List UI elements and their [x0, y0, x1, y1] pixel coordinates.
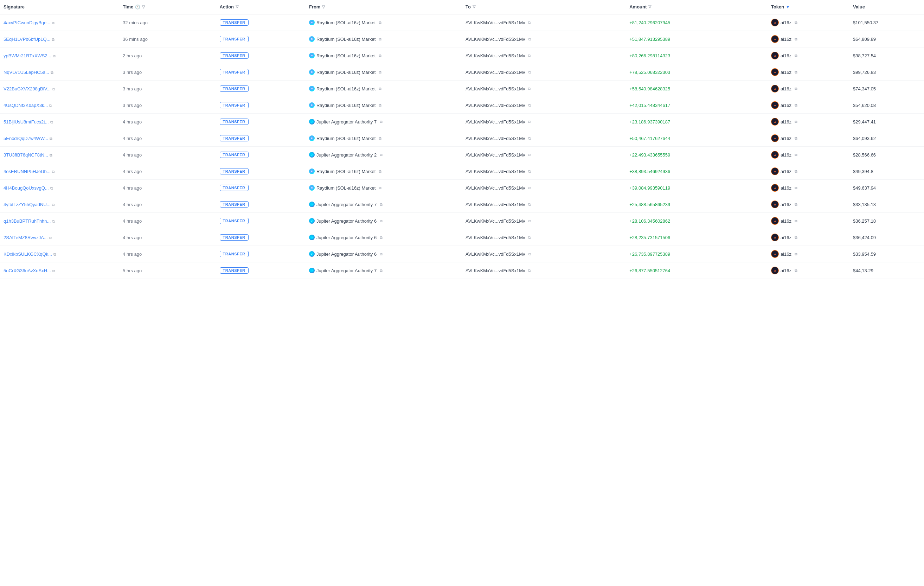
signature-link[interactable]: 5EqH1LVPb6bfUp1Q...: [3, 36, 50, 42]
copy-from-icon[interactable]: ⧉: [379, 169, 381, 174]
copy-from-icon[interactable]: ⧉: [380, 120, 383, 124]
copy-to-icon[interactable]: ⧉: [528, 186, 531, 190]
from-link[interactable]: Raydium (SOL-ai16z) Market: [317, 20, 376, 25]
from-link[interactable]: Jupiter Aggregator Authority 7: [317, 119, 376, 124]
copy-from-icon[interactable]: ⧉: [380, 268, 383, 273]
transfer-badge[interactable]: TRANSFER: [220, 168, 249, 175]
copy-signature-icon[interactable]: ⧉: [50, 153, 53, 157]
signature-link[interactable]: 5EnodrQqD7w4WW...: [3, 136, 48, 141]
col-header-time[interactable]: Time 🕐 ▽: [119, 0, 216, 14]
copy-to-icon[interactable]: ⧉: [528, 252, 531, 256]
from-link[interactable]: Raydium (SOL-ai16z) Market: [317, 53, 376, 58]
copy-token-icon[interactable]: ⧉: [795, 186, 797, 190]
col-header-amount[interactable]: Amount ▽: [626, 0, 767, 14]
signature-link[interactable]: 4osERUNNP5HJeUb...: [3, 169, 51, 174]
copy-token-icon[interactable]: ⧉: [795, 136, 797, 141]
copy-to-icon[interactable]: ⧉: [528, 120, 531, 124]
signature-link[interactable]: 4UsQDNf3KbapX3k...: [3, 103, 48, 108]
copy-from-icon[interactable]: ⧉: [379, 136, 381, 141]
transfer-badge[interactable]: TRANSFER: [220, 267, 249, 274]
transfer-badge[interactable]: TRANSFER: [220, 119, 249, 125]
transfer-badge[interactable]: TRANSFER: [220, 152, 249, 158]
transfer-badge[interactable]: TRANSFER: [220, 218, 249, 224]
from-link[interactable]: Raydium (SOL-ai16z) Market: [317, 103, 376, 108]
token-filter-icon[interactable]: ▼: [786, 5, 790, 9]
copy-signature-icon[interactable]: ⧉: [53, 269, 55, 273]
signature-link[interactable]: KDxikbSULKGCXqQk...: [3, 251, 52, 257]
transfer-badge[interactable]: TRANSFER: [220, 201, 249, 208]
signature-link[interactable]: NqVLV1U5LepHC5a...: [3, 69, 49, 75]
copy-to-icon[interactable]: ⧉: [528, 153, 531, 157]
copy-signature-icon[interactable]: ⧉: [53, 54, 56, 58]
copy-token-icon[interactable]: ⧉: [795, 153, 797, 157]
col-header-from[interactable]: From ▽: [305, 0, 462, 14]
signature-link[interactable]: 4axvPtCwunDjgyBge...: [3, 20, 50, 25]
copy-from-icon[interactable]: ⧉: [379, 37, 381, 41]
copy-from-icon[interactable]: ⧉: [379, 186, 381, 190]
amount-filter-icon[interactable]: ▽: [648, 5, 651, 9]
from-link[interactable]: Raydium (SOL-ai16z) Market: [317, 185, 376, 191]
signature-link[interactable]: 2SAfTeMZ8RwvzJA...: [3, 235, 48, 240]
copy-from-icon[interactable]: ⧉: [380, 252, 383, 256]
copy-token-icon[interactable]: ⧉: [795, 70, 797, 74]
from-link[interactable]: Jupiter Aggregator Authority 2: [317, 152, 376, 158]
copy-token-icon[interactable]: ⧉: [795, 169, 797, 174]
copy-signature-icon[interactable]: ⧉: [51, 70, 53, 74]
time-filter-icon[interactable]: ▽: [142, 5, 145, 9]
copy-signature-icon[interactable]: ⧉: [52, 170, 55, 174]
transfer-badge[interactable]: TRANSFER: [220, 53, 249, 59]
from-link[interactable]: Jupiter Aggregator Authority 6: [317, 235, 376, 240]
copy-to-icon[interactable]: ⧉: [528, 235, 531, 240]
copy-from-icon[interactable]: ⧉: [379, 103, 381, 107]
copy-token-icon[interactable]: ⧉: [795, 103, 797, 107]
copy-token-icon[interactable]: ⧉: [795, 219, 797, 223]
copy-to-icon[interactable]: ⧉: [528, 219, 531, 223]
from-link[interactable]: Jupiter Aggregator Authority 6: [317, 218, 376, 224]
copy-to-icon[interactable]: ⧉: [528, 136, 531, 141]
from-filter-icon[interactable]: ▽: [322, 5, 325, 9]
copy-signature-icon[interactable]: ⧉: [52, 37, 54, 41]
copy-token-icon[interactable]: ⧉: [795, 202, 797, 207]
from-link[interactable]: Raydium (SOL-ai16z) Market: [317, 169, 376, 174]
col-header-to[interactable]: To ▽: [462, 0, 626, 14]
copy-from-icon[interactable]: ⧉: [379, 86, 381, 91]
copy-token-icon[interactable]: ⧉: [795, 53, 797, 58]
copy-to-icon[interactable]: ⧉: [528, 169, 531, 174]
copy-signature-icon[interactable]: ⧉: [52, 219, 55, 223]
copy-to-icon[interactable]: ⧉: [528, 268, 531, 273]
copy-to-icon[interactable]: ⧉: [528, 37, 531, 41]
transfer-badge[interactable]: TRANSFER: [220, 36, 249, 42]
copy-to-icon[interactable]: ⧉: [528, 70, 531, 74]
copy-signature-icon[interactable]: ⧉: [49, 236, 52, 240]
signature-link[interactable]: 51BijiUsU8mtFucs2t...: [3, 119, 49, 124]
copy-token-icon[interactable]: ⧉: [795, 235, 797, 240]
signature-link[interactable]: 4yfbtLzZY5hQyadNU...: [3, 202, 51, 207]
to-filter-icon[interactable]: ▽: [472, 5, 475, 9]
copy-from-icon[interactable]: ⧉: [380, 202, 383, 207]
copy-token-icon[interactable]: ⧉: [795, 86, 797, 91]
copy-from-icon[interactable]: ⧉: [380, 235, 383, 240]
copy-signature-icon[interactable]: ⧉: [52, 87, 55, 91]
transfer-badge[interactable]: TRANSFER: [220, 102, 249, 108]
transfer-badge[interactable]: TRANSFER: [220, 19, 249, 26]
copy-signature-icon[interactable]: ⧉: [52, 203, 55, 207]
copy-to-icon[interactable]: ⧉: [528, 53, 531, 58]
copy-token-icon[interactable]: ⧉: [795, 268, 797, 273]
from-link[interactable]: Raydium (SOL-ai16z) Market: [317, 136, 376, 141]
from-link[interactable]: Raydium (SOL-ai16z) Market: [317, 36, 376, 42]
col-header-token[interactable]: Token ▼: [767, 0, 850, 14]
from-link[interactable]: Raydium (SOL-ai16z) Market: [317, 86, 376, 91]
copy-signature-icon[interactable]: ⧉: [53, 252, 56, 256]
signature-link[interactable]: 4H4BougQoUxsvgQ...: [3, 185, 49, 191]
copy-to-icon[interactable]: ⧉: [528, 103, 531, 107]
transfer-badge[interactable]: TRANSFER: [220, 135, 249, 141]
copy-signature-icon[interactable]: ⧉: [50, 120, 53, 124]
signature-link[interactable]: V22BuGXVX298gBiV...: [3, 86, 51, 91]
copy-to-icon[interactable]: ⧉: [528, 20, 531, 25]
transfer-badge[interactable]: TRANSFER: [220, 86, 249, 92]
copy-from-icon[interactable]: ⧉: [380, 153, 383, 157]
copy-signature-icon[interactable]: ⧉: [52, 21, 54, 25]
from-link[interactable]: Jupiter Aggregator Authority 7: [317, 202, 376, 207]
transfer-badge[interactable]: TRANSFER: [220, 185, 249, 191]
from-link[interactable]: Jupiter Aggregator Authority 6: [317, 251, 376, 257]
